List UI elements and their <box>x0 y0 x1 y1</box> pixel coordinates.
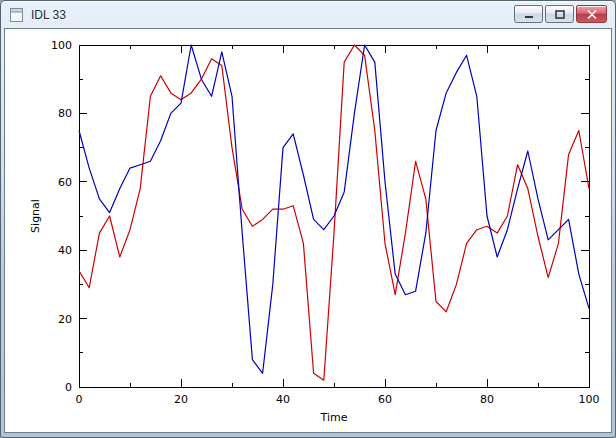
x-tick-label: 60 <box>378 393 392 406</box>
y-tick-label: 40 <box>58 244 72 257</box>
series-line-red <box>79 45 589 380</box>
close-icon <box>587 10 597 19</box>
series-line-blue <box>79 45 589 373</box>
title-bar[interactable]: IDL 33 <box>1 1 615 29</box>
x-tick-label: 100 <box>579 393 600 406</box>
maximize-icon <box>555 10 565 19</box>
minimize-icon <box>524 10 534 19</box>
x-tick-label: 40 <box>276 393 290 406</box>
y-axis-title: Signal <box>29 199 42 233</box>
x-axis-title: Time <box>320 411 348 424</box>
idl-window: IDL 33 020406080100020406080100TimeSigna… <box>0 0 616 438</box>
plot-svg: 020406080100020406080100TimeSignal <box>5 29 611 432</box>
caption-buttons <box>514 5 607 23</box>
minimize-button[interactable] <box>514 5 543 23</box>
x-tick-label: 0 <box>76 393 83 406</box>
x-tick-label: 80 <box>480 393 494 406</box>
y-tick-label: 100 <box>51 39 72 52</box>
y-tick-label: 0 <box>65 381 72 394</box>
series <box>79 45 589 380</box>
x-tick-label: 20 <box>174 393 188 406</box>
y-tick-label: 80 <box>58 107 72 120</box>
y-tick-label: 60 <box>58 176 72 189</box>
close-button[interactable] <box>576 5 607 23</box>
window-icon[interactable] <box>9 7 25 23</box>
window-title: IDL 33 <box>31 8 66 22</box>
plot-client-area: 020406080100020406080100TimeSignal <box>5 29 611 432</box>
maximize-button[interactable] <box>545 5 574 23</box>
y-tick-label: 20 <box>58 313 72 326</box>
